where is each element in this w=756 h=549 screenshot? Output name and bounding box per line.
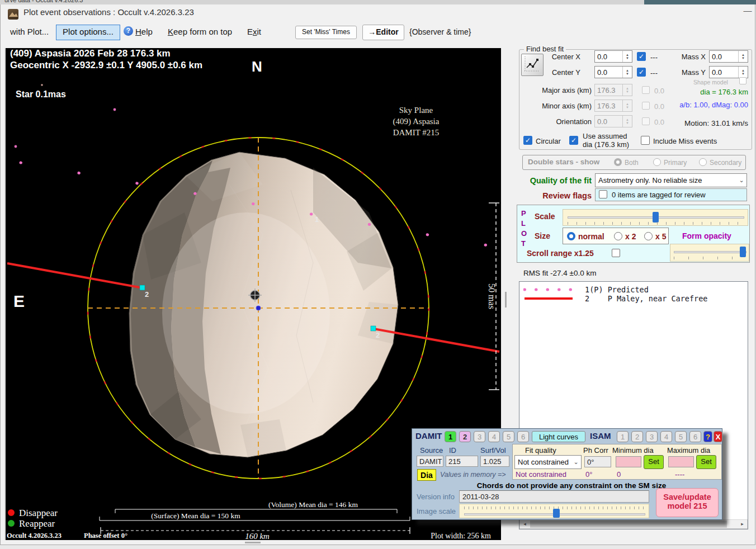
- quality-of-fit-select[interactable]: Astrometry only. No reliable size ⌄: [595, 173, 747, 187]
- center-y-value[interactable]: 0.0: [595, 67, 622, 78]
- damit-model-5-button[interactable]: 5: [503, 431, 514, 442]
- form-opacity-ticks: [674, 257, 746, 259]
- minimum-dia-field[interactable]: [616, 456, 641, 467]
- scale-slider-thumb[interactable]: [653, 212, 659, 223]
- quality-of-fit-label: Quality of the fit: [514, 176, 592, 185]
- damit-model-4-button[interactable]: 4: [488, 431, 500, 442]
- mass-x-spin-arrows[interactable]: ▲▼: [738, 51, 748, 62]
- menu-help[interactable]: Help: [135, 27, 153, 36]
- help-icon: ?: [124, 26, 133, 36]
- background-window-title: urve data - Occult v.4.2026.3: [4, 0, 83, 3]
- center-x-spin-arrows[interactable]: ▲▼: [622, 51, 632, 62]
- circular-checkbox[interactable]: ✓: [523, 136, 532, 145]
- form-opacity-thumb[interactable]: [740, 247, 746, 257]
- damit-panel[interactable]: DAMIT 1 2 3 4 5 6 Light curves ISAM 1 2 …: [412, 428, 722, 520]
- damit-model-1-button[interactable]: 1: [445, 431, 456, 442]
- north-label: N: [252, 58, 262, 75]
- size-normal-radio[interactable]: [567, 232, 575, 240]
- use-assumed-dia-checkbox[interactable]: ✓: [569, 136, 578, 145]
- set-miss-times-button[interactable]: Set 'Miss' Times: [295, 26, 357, 39]
- center-y-spinner[interactable]: 0.0 ▲▼: [594, 66, 632, 78]
- plot-title-line2: Geocentric X -2932.9 ±0.1 Y 4905.0 ±0.6 …: [10, 60, 202, 70]
- center-y-checkbox[interactable]: ✓: [637, 68, 646, 77]
- mass-x-value[interactable]: 0.0: [710, 51, 738, 62]
- isam-model-5-button[interactable]: 5: [675, 431, 687, 442]
- save-update-model-button[interactable]: Save/update model 215: [656, 488, 719, 517]
- size-x5-radio[interactable]: [644, 232, 653, 240]
- image-scale-thumb[interactable]: [553, 509, 560, 518]
- menu-plot-options[interactable]: Plot options...: [56, 25, 120, 40]
- image-scale-slider[interactable]: [459, 504, 649, 518]
- set-minimum-dia-button[interactable]: Set: [644, 455, 664, 469]
- fit-quality-select[interactable]: Not constrained ⌄: [514, 455, 582, 469]
- menu-with-plot[interactable]: with Plot...: [10, 27, 49, 36]
- editor-button[interactable]: →Editor: [362, 25, 404, 40]
- scrollbar-thumb[interactable]: [530, 520, 727, 528]
- minimize-button[interactable]: —: [739, 6, 756, 15]
- values-in-memory-label: Values in memory =>: [440, 471, 506, 479]
- review-flags-label: Review flags: [514, 191, 592, 200]
- center-x-value[interactable]: 0.0: [595, 51, 622, 62]
- review-flags-checkbox[interactable]: [599, 190, 607, 198]
- form-opacity-slider[interactable]: [670, 244, 749, 262]
- dia-button[interactable]: Dia: [417, 469, 436, 481]
- double-primary-radio: [653, 158, 661, 166]
- isam-model-3-button[interactable]: 3: [646, 431, 658, 442]
- menu-exit[interactable]: Exit: [247, 27, 261, 36]
- version-info-label: Version info: [417, 493, 455, 501]
- damit-close-button[interactable]: X: [714, 431, 722, 442]
- vertical-splitter-handle[interactable]: [505, 292, 507, 307]
- damit-model-6-button[interactable]: 6: [517, 431, 529, 442]
- scroll-range-checkbox[interactable]: [612, 249, 620, 257]
- shape-model-checkbox[interactable]: [739, 77, 746, 84]
- mass-y-value[interactable]: 0.0: [710, 67, 738, 78]
- scroll-left-arrow-icon[interactable]: ◂: [520, 520, 530, 528]
- reappear-label: Reappear: [19, 518, 55, 529]
- find-best-fit-group: Find best fit: [519, 49, 752, 150]
- isam-model-4-button[interactable]: 4: [660, 431, 672, 442]
- version-info-field[interactable]: 2011-03-28: [459, 490, 649, 503]
- plot-width-label: Plot width: 256 km: [431, 532, 491, 540]
- help-rest: elp: [141, 27, 153, 36]
- include-miss-checkbox[interactable]: [641, 136, 650, 145]
- maximum-dia-field[interactable]: [668, 456, 694, 467]
- isam-model-6-button[interactable]: 6: [689, 431, 701, 442]
- legend-row-2[interactable]: 2 P Maley, near Carefree: [585, 294, 707, 303]
- ph-corr-field[interactable]: 0°: [584, 456, 611, 467]
- minimum-dia-header: Minimum dia: [612, 446, 654, 455]
- mass-y-spinner[interactable]: 0.0 ▲▼: [709, 66, 748, 78]
- set-maximum-dia-button[interactable]: Set: [696, 455, 716, 469]
- damit-model-2-button[interactable]: 2: [459, 431, 471, 442]
- memory-fit-quality: Not constrained: [516, 470, 566, 479]
- center-y-dash: ---: [650, 69, 658, 77]
- mass-y-spin-arrows[interactable]: ▲▼: [738, 67, 748, 78]
- isam-model-2-button[interactable]: 2: [631, 431, 643, 442]
- size-x2-radio[interactable]: [614, 232, 622, 240]
- id-value[interactable]: 215: [446, 456, 478, 467]
- chord-2-reappear-marker[interactable]: [371, 326, 376, 331]
- window-title: Plot event observations : Occult v.4.202…: [23, 7, 194, 17]
- damit-model-3-button[interactable]: 3: [474, 431, 485, 442]
- legend-samples: [523, 286, 574, 303]
- plot-letter-l: L: [521, 219, 526, 228]
- center-x-spinner[interactable]: 0.0 ▲▼: [594, 50, 632, 63]
- legend-row-1[interactable]: 1(P) Predicted: [585, 285, 649, 294]
- light-curves-button[interactable]: Light curves: [532, 431, 585, 442]
- mass-x-spinner[interactable]: 0.0 ▲▼: [709, 50, 748, 63]
- center-y-spin-arrows[interactable]: ▲▼: [622, 67, 632, 78]
- isam-model-1-button[interactable]: 1: [617, 431, 629, 442]
- major-axis-label: Major axis (km): [525, 86, 592, 94]
- plot-letter-t: T: [521, 239, 526, 248]
- background-window-teal: [644, 0, 756, 4]
- volume-dia-label: (Volume) Mean dia = 146 km: [268, 500, 358, 509]
- scroll-right-arrow-icon[interactable]: ▸: [738, 520, 747, 528]
- center-x-checkbox[interactable]: ✓: [637, 52, 646, 61]
- damit-help-button[interactable]: ?: [703, 431, 712, 442]
- scale-slider[interactable]: [563, 209, 748, 226]
- surface-dia-label: (Surface) Mean dia = 150 km: [151, 512, 240, 520]
- legend-horizontal-scrollbar[interactable]: ◂ ▸: [519, 519, 748, 529]
- horizontal-splitter-handle[interactable]: [245, 542, 261, 543]
- menu-keep-on-top[interactable]: Keep form on top: [168, 27, 232, 36]
- scale-slider-ticks: [568, 222, 744, 225]
- chord-2-disappear-marker[interactable]: [140, 285, 145, 290]
